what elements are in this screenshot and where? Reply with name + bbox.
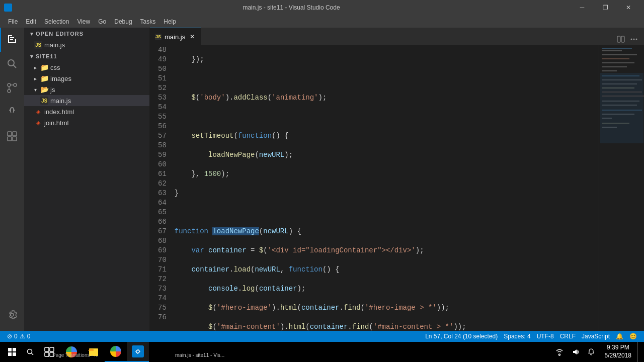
activity-search[interactable]	[0, 52, 24, 76]
language-label: JavaScript	[582, 333, 610, 340]
taskbar-search[interactable]	[22, 342, 38, 362]
feedback-icon: 😊	[629, 333, 637, 340]
tray-notifications[interactable]	[584, 342, 599, 362]
folder-open-icon: 📂	[40, 85, 48, 94]
close-button[interactable]: ✕	[617, 0, 640, 15]
start-button[interactable]	[2, 342, 22, 362]
activity-extensions[interactable]	[0, 124, 24, 148]
lineending-label: CRLF	[560, 333, 576, 340]
menu-go[interactable]: Go	[94, 15, 110, 28]
svg-rect-0	[8, 35, 12, 36]
svg-rect-12	[13, 132, 17, 136]
code-area[interactable]: }); $('body').addClass('animating'); set…	[171, 45, 592, 331]
status-feedback[interactable]: 😊	[626, 331, 640, 342]
menu-edit[interactable]: Edit	[22, 15, 40, 28]
css-folder-item[interactable]: ▸ 📁 css	[24, 62, 149, 73]
tab-main-js[interactable]: JS main.js ✕	[150, 28, 201, 45]
status-cursor[interactable]: Ln 57, Col 24 (10 selected)	[422, 331, 501, 342]
status-bell[interactable]: 🔔	[613, 331, 626, 342]
svg-rect-40	[600, 73, 643, 143]
windows-logo-icon	[8, 348, 16, 356]
svg-rect-1	[8, 36, 9, 43]
svg-point-19	[636, 39, 637, 40]
svg-line-42	[32, 353, 34, 355]
svg-rect-3	[15, 39, 16, 43]
svg-rect-16	[621, 36, 624, 42]
svg-rect-11	[8, 132, 12, 136]
svg-point-8	[8, 89, 11, 93]
bell-icon: 🔔	[616, 333, 623, 340]
app-icon	[4, 4, 12, 12]
taskbar-tray: 9:39 PM 5/29/2018	[551, 342, 642, 362]
sidebar: ▾ OPEN EDITORS JS main.js ▾ SITE11 ▸ 📁 c…	[24, 28, 150, 331]
svg-point-41	[28, 349, 32, 354]
menubar: File Edit Selection View Go Debug Tasks …	[0, 15, 644, 28]
activity-settings[interactable]	[0, 303, 24, 327]
menu-tasks[interactable]: Tasks	[136, 15, 160, 28]
js-tab-icon: JS	[155, 34, 162, 40]
taskbar-explorer[interactable]	[83, 342, 105, 362]
folder-icon: 📁	[40, 63, 48, 71]
chrome-running-icon	[110, 346, 121, 357]
cursor-position: Ln 57, Col 24 (10 selected)	[425, 333, 498, 340]
menu-file[interactable]: File	[4, 15, 22, 28]
tab-close-button[interactable]: ✕	[188, 33, 196, 41]
editor-right-panel: JS main.js ✕ 48 49	[150, 28, 644, 331]
svg-rect-21	[602, 50, 622, 51]
site11-header[interactable]: ▾ SITE11	[24, 50, 149, 62]
maximize-button[interactable]: ❐	[594, 0, 617, 15]
taskbar-clock[interactable]: 9:39 PM 5/29/2018	[599, 342, 637, 362]
status-language[interactable]: JavaScript	[579, 331, 613, 342]
minimap	[599, 45, 644, 331]
svg-rect-15	[617, 36, 620, 42]
tabs-bar: JS main.js ✕	[150, 28, 644, 45]
taskbar-chrome-running[interactable]	[105, 342, 127, 362]
svg-rect-5	[10, 39, 13, 40]
clock-date: 5/29/2018	[605, 352, 631, 360]
svg-rect-46	[50, 352, 54, 356]
spaces-label: Spaces: 4	[504, 333, 530, 340]
editor-content[interactable]: 48 49 50 51 52 53 54 55 56 57 58 59 60 6…	[150, 45, 644, 331]
svg-rect-23	[602, 58, 629, 59]
encoding-label: UTF-8	[537, 333, 554, 340]
svg-rect-45	[45, 352, 49, 356]
error-count: 0	[14, 333, 18, 340]
activity-debug[interactable]	[0, 100, 24, 124]
main-js-tree-item[interactable]: JS main.js	[24, 95, 149, 106]
html-file-icon: ◈	[34, 119, 42, 127]
menu-selection[interactable]: Selection	[40, 15, 73, 28]
window-title: main.js - site11 - Visual Studio Code	[16, 4, 567, 11]
split-editor-button[interactable]	[615, 33, 627, 45]
join-html-item[interactable]: ◈ join.html	[24, 117, 149, 128]
menu-view[interactable]: View	[73, 15, 94, 28]
svg-rect-43	[45, 347, 49, 351]
menu-help[interactable]: Help	[159, 15, 180, 28]
svg-rect-20	[602, 48, 632, 49]
index-html-item[interactable]: ◈ index.html	[24, 106, 149, 117]
taskbar-vscode-running[interactable]	[127, 342, 149, 362]
status-spaces[interactable]: Spaces: 4	[501, 331, 533, 342]
clock-time: 9:39 PM	[607, 344, 629, 352]
svg-rect-13	[8, 137, 12, 141]
taskbar-chrome[interactable]	[60, 342, 83, 362]
status-errors[interactable]: ⊘ 0 ⚠ 0	[4, 331, 33, 342]
minimize-button[interactable]: ─	[571, 0, 594, 15]
tray-network[interactable]	[551, 342, 568, 362]
activity-explorer[interactable]	[0, 28, 24, 52]
scrollbar[interactable]	[592, 45, 599, 331]
images-folder-item[interactable]: ▸ 📁 images	[24, 73, 149, 84]
js-file-icon: JS	[34, 41, 42, 49]
taskbar-task-view[interactable]	[38, 342, 60, 362]
open-editors-header[interactable]: ▾ OPEN EDITORS	[24, 28, 149, 39]
show-desktop[interactable]	[637, 342, 642, 362]
menu-debug[interactable]: Debug	[110, 15, 136, 28]
vscode-running-icon	[132, 345, 144, 357]
status-encoding[interactable]: UTF-8	[534, 331, 557, 342]
js-folder-item[interactable]: ▾ 📂 js	[24, 84, 149, 95]
activity-source-control[interactable]	[0, 76, 24, 100]
tray-volume[interactable]	[568, 342, 584, 362]
svg-rect-14	[13, 137, 17, 141]
status-lineending[interactable]: CRLF	[557, 331, 579, 342]
more-actions-button[interactable]	[628, 33, 640, 45]
open-editor-main-js[interactable]: JS main.js	[24, 39, 149, 50]
